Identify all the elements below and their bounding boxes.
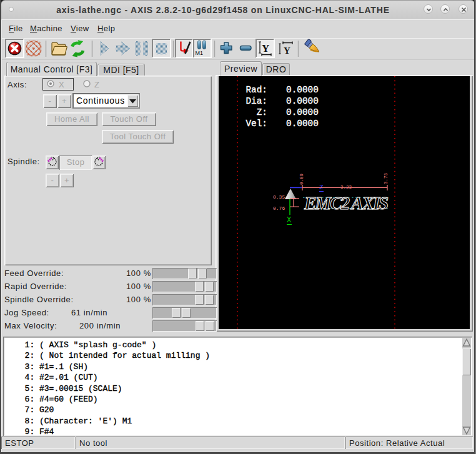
svg-text:0.76: 0.76: [273, 205, 285, 211]
svg-text:M1: M1: [196, 50, 204, 56]
svg-text:3.23: 3.23: [340, 185, 352, 190]
svg-text:Y: Y: [284, 46, 290, 56]
svg-text:3.73: 3.73: [384, 172, 389, 184]
svg-text:X: X: [287, 216, 291, 225]
svg-text:Y: Y: [262, 42, 269, 54]
svg-text:0.89: 0.89: [299, 174, 304, 185]
svg-text:0.35: 0.35: [273, 194, 285, 200]
svg-text:EMC2 AXIS: EMC2 AXIS: [304, 193, 388, 213]
